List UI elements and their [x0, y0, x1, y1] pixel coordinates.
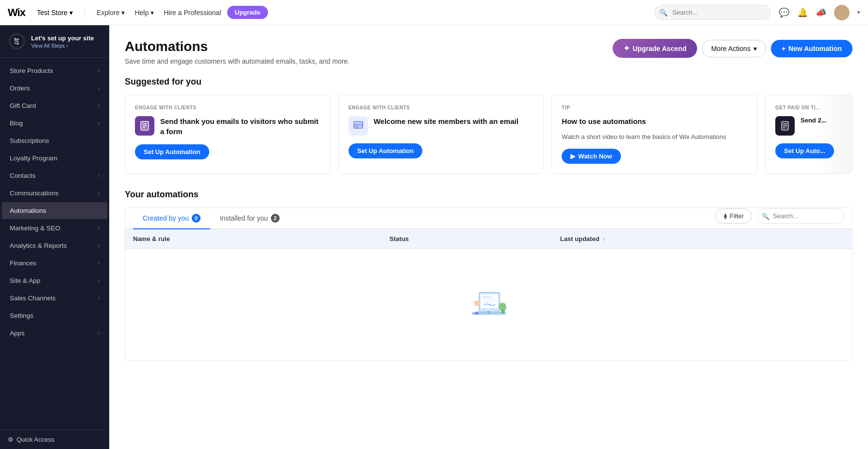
tabs-container: Created by you 0 Installed for you 2 — [133, 208, 289, 228]
svg-point-23 — [499, 303, 503, 310]
card-body-4: Send 2... — [775, 116, 842, 136]
chevron-right-icon: › — [98, 190, 100, 196]
set-up-automation-button-2[interactable]: Set Up Automation — [349, 143, 423, 158]
setup-progress[interactable]: 2/7 Let's set up your site View All Step… — [0, 25, 109, 58]
sidebar-item-subscriptions[interactable]: Subscriptions — [2, 132, 107, 149]
upgrade-ascend-button[interactable]: ✦ Upgrade Ascend — [613, 39, 697, 58]
sidebar-item-analytics-reports[interactable]: Analytics & Reports › — [2, 237, 107, 254]
avatar[interactable] — [834, 5, 850, 20]
nav-divider — [84, 8, 85, 17]
app-layout: 2/7 Let's set up your site View All Step… — [0, 25, 868, 449]
plus-icon: + — [782, 45, 785, 52]
empty-illustration — [462, 278, 516, 331]
sidebar-item-communications[interactable]: Communications › — [2, 185, 107, 202]
sidebar-item-store-products[interactable]: Store Products › — [2, 62, 107, 79]
page-actions: ✦ Upgrade Ascend More Actions ▾ + New Au… — [613, 39, 852, 58]
top-navigation: Wix Test Store ▾ Explore ▾ Help ▾ Hire a… — [0, 0, 868, 25]
automations-table: Name & rule Status Last updated ↑ — [125, 229, 852, 249]
chevron-right-icon: › — [98, 330, 100, 336]
sidebar-item-gift-card[interactable]: Gift Card › — [2, 97, 107, 114]
sidebar-item-apps[interactable]: Apps › — [2, 325, 107, 342]
card-text-2: Welcome new site members with an email — [374, 116, 518, 126]
table-controls: ⧫ Filter 🔍 — [716, 208, 844, 227]
suggested-cards: ENGAGE WITH CLIENTS Send thank you email… — [125, 95, 852, 174]
set-up-automation-button-1[interactable]: Set Up Automation — [135, 144, 209, 159]
quick-access-label: Quick Access — [17, 436, 54, 443]
broadcast-icon[interactable]: 📣 — [816, 7, 826, 18]
sort-icon[interactable]: ↑ — [603, 236, 606, 242]
sidebar-item-site-app[interactable]: Site & App › — [2, 272, 107, 289]
wix-logo: Wix — [8, 6, 25, 19]
more-actions-button[interactable]: More Actions ▾ — [702, 40, 766, 57]
sidebar-item-label: Communications — [10, 190, 59, 197]
sidebar-item-contacts[interactable]: Contacts › — [2, 167, 107, 184]
notifications-icon[interactable]: 🔔 — [797, 7, 808, 18]
card-text-1: Send thank you emails to visitors who su… — [160, 116, 320, 137]
sidebar-item-finances[interactable]: Finances › — [2, 255, 107, 272]
page-header: Automations Save time and engage custome… — [125, 39, 852, 65]
sidebar-item-automations[interactable]: Automations — [2, 202, 107, 219]
sidebar-item-loyalty-program[interactable]: Loyalty Program — [2, 150, 107, 167]
sidebar-item-orders[interactable]: Orders › — [2, 80, 107, 97]
sidebar: 2/7 Let's set up your site View All Step… — [0, 25, 109, 449]
tab-installed-for-you[interactable]: Installed for you 2 — [210, 208, 289, 229]
messages-icon[interactable]: 💬 — [779, 7, 789, 18]
tab-created-by-you[interactable]: Created by you 0 — [133, 208, 210, 229]
automation-search-input[interactable] — [757, 208, 844, 224]
card-tag-3: TIP — [562, 105, 747, 110]
card-text-4: Send 2... — [801, 116, 826, 125]
col-name-rule: Name & rule — [125, 229, 382, 249]
col-status: Status — [382, 229, 552, 249]
filter-icon: ⧫ — [724, 212, 727, 220]
card-body-2: Welcome new site members with an email — [349, 116, 534, 136]
store-selector[interactable]: Test Store ▾ — [33, 7, 77, 18]
sidebar-item-settings[interactable]: Settings — [2, 307, 107, 324]
sidebar-item-marketing-seo[interactable]: Marketing & SEO › — [2, 220, 107, 237]
sidebar-item-label: Store Products — [10, 67, 53, 74]
new-automation-label: New Automation — [788, 45, 842, 52]
page-title: Automations — [125, 39, 350, 54]
upgrade-button[interactable]: Upgrade — [227, 6, 268, 19]
search-icon: 🔍 — [659, 9, 668, 17]
chevron-right-icon: › — [98, 225, 100, 231]
chevron-right-icon: › — [98, 243, 100, 248]
nav-links: Explore ▾ Help ▾ Hire a Professional Upg… — [93, 6, 268, 19]
set-up-automation-button-4[interactable]: Set Up Auto... — [775, 143, 834, 158]
sidebar-item-label: Gift Card — [10, 102, 36, 109]
quick-access-button[interactable]: ⚙ Quick Access — [8, 436, 101, 443]
tabs-filter-row: Created by you 0 Installed for you 2 ⧫ — [125, 208, 852, 229]
form-icon — [139, 121, 150, 131]
quick-access-icon: ⚙ — [8, 436, 14, 443]
hire-professional-link[interactable]: Hire a Professional — [160, 7, 225, 18]
filter-button[interactable]: ⧫ Filter — [716, 208, 752, 224]
new-automation-button[interactable]: + New Automation — [771, 40, 852, 57]
svg-text:2/7: 2/7 — [14, 38, 19, 45]
svg-rect-18 — [483, 299, 495, 300]
sidebar-item-label: Finances — [10, 259, 36, 267]
avatar-chevron-icon[interactable]: ▾ — [857, 9, 860, 16]
help-link[interactable]: Help ▾ — [131, 7, 158, 18]
automations-table-container: Created by you 0 Installed for you 2 ⧫ — [125, 207, 852, 361]
card-icon-1 — [135, 116, 154, 136]
card-text-3: How to use automations — [562, 117, 646, 125]
card-tag-4: GET PAID ON TI... — [775, 105, 842, 110]
watch-now-label: Watch Now — [578, 153, 612, 160]
sidebar-item-sales-channels[interactable]: Sales Channels › — [2, 290, 107, 307]
topnav-icons: 💬 🔔 📣 — [779, 7, 826, 18]
sidebar-nav: Store Products › Orders › Gift Card › Bl… — [0, 58, 109, 430]
explore-link[interactable]: Explore ▾ — [93, 7, 129, 18]
created-count-badge: 0 — [192, 214, 200, 223]
watch-now-button[interactable]: ▶ Watch Now — [562, 149, 621, 164]
empty-state — [125, 249, 852, 361]
filter-label: Filter — [730, 212, 744, 220]
card-icon-4 — [775, 116, 795, 136]
svg-rect-17 — [483, 296, 492, 298]
page-header-text: Automations Save time and engage custome… — [125, 39, 350, 65]
search-input[interactable] — [654, 5, 771, 20]
automation-search: 🔍 — [757, 208, 844, 224]
store-chevron-icon: ▾ — [69, 9, 73, 17]
automations-section-title: Your automations — [125, 190, 852, 200]
view-all-steps-link[interactable]: View All Steps › — [31, 43, 94, 49]
sidebar-item-blog[interactable]: Blog › — [2, 115, 107, 132]
progress-circle-icon: 2/7 — [8, 32, 26, 51]
